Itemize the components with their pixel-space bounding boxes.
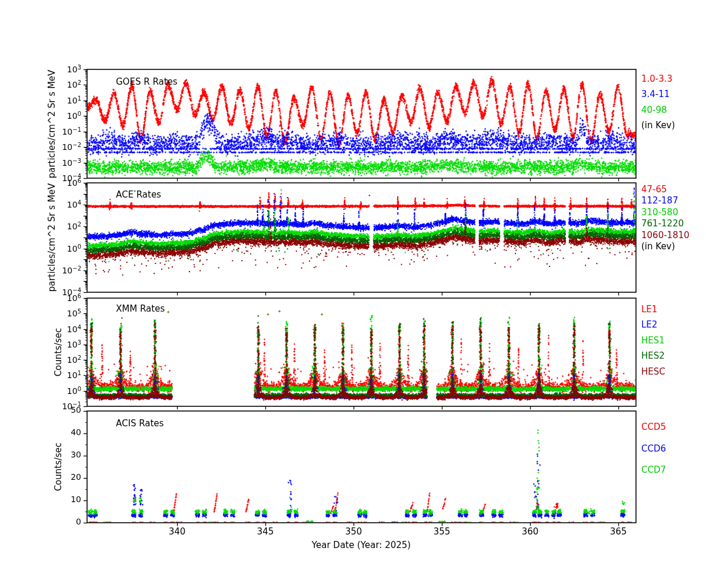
legend-entry: LE1 <box>641 302 705 317</box>
panel-title-xmm: XMM Rates <box>116 303 165 314</box>
legend-entry: (in Kev) <box>641 118 705 133</box>
legend-entry: 47-65 <box>641 184 705 195</box>
legend-entry: CCD6 <box>641 438 705 460</box>
legend-entry: 3.4-11 <box>641 86 705 102</box>
legend-entry: LE2 <box>641 317 705 332</box>
legend-entry: 1060-1810 <box>641 230 705 241</box>
y-tick-label: 100 <box>45 385 81 396</box>
legend-entry: HES2 <box>641 348 705 363</box>
x-tick-label: 355 <box>429 526 455 537</box>
legend-entry: CCD5 <box>641 416 705 438</box>
legend-entry: 1.0-3.3 <box>641 71 705 86</box>
legend-entry: HESC <box>641 364 705 379</box>
y-tick-label: 102 <box>45 354 81 365</box>
legend-entry: 40-98 <box>641 102 705 118</box>
figure-root: GOES R Rates ACE Rates XMM Rates ACIS Ra… <box>0 0 706 588</box>
x-tick-label: 360 <box>517 526 543 537</box>
y-tick-label: 103 <box>45 64 81 74</box>
y-tick-label: 10−3 <box>45 157 81 168</box>
y-axis-label-ace: particles/cm^2 Sr s MeV <box>46 179 57 296</box>
y-tick-label: 103 <box>45 339 81 349</box>
y-tick-label: 104 <box>45 199 81 209</box>
y-tick-label: 10−1 <box>45 126 81 136</box>
y-tick-label: 102 <box>45 220 81 231</box>
legend-acis: CCD5 CCD6 CCD7 <box>641 416 705 481</box>
y-tick-label: 101 <box>45 369 81 380</box>
y-tick-label: 100 <box>45 110 81 121</box>
y-tick-label: 20 <box>45 472 81 482</box>
y-tick-label: 106 <box>45 292 81 303</box>
y-tick-label: 100 <box>45 243 81 253</box>
y-tick-label: 0 <box>45 517 81 526</box>
y-tick-label: 10−2 <box>45 265 81 275</box>
x-tick-label: 340 <box>164 526 190 537</box>
x-tick-label: 365 <box>605 526 631 537</box>
panel-title-ace: ACE Rates <box>116 189 161 200</box>
y-tick-label: 102 <box>45 79 81 89</box>
legend-ace: 47-65 112-187 310-580 761-1220 1060-1810… <box>641 184 705 252</box>
panel-title-acis: ACIS Rates <box>116 418 164 429</box>
y-axis-label-acis: Counts/sec <box>53 408 64 526</box>
y-tick-label: 10−2 <box>45 141 81 152</box>
x-tick-label: 345 <box>252 526 278 537</box>
y-tick-label: 106 <box>45 177 81 188</box>
legend-entry: 310-580 <box>641 207 705 218</box>
y-tick-label: 40 <box>45 427 81 437</box>
y-tick-label: 10 <box>45 495 81 504</box>
legend-entry: 112-187 <box>641 195 705 206</box>
y-tick-label: 101 <box>45 95 81 105</box>
y-tick-label: 50 <box>45 405 81 415</box>
legend-goes: 1.0-3.3 3.4-11 40-98 (in Kev) <box>641 71 705 133</box>
legend-entry: HES1 <box>641 333 705 348</box>
legend-entry: 761-1220 <box>641 218 705 229</box>
chart-canvas <box>0 0 706 588</box>
panel-title-goes: GOES R Rates <box>116 76 178 87</box>
x-axis-label: Year Date (Year: 2025) <box>273 540 449 550</box>
legend-xmm: LE1 LE2 HES1 HES2 HESC <box>641 302 705 379</box>
legend-entry: CCD7 <box>641 459 705 481</box>
legend-entry: (in Kev) <box>641 241 705 252</box>
y-tick-label: 30 <box>45 450 81 459</box>
y-tick-label: 104 <box>45 323 81 334</box>
x-tick-label: 350 <box>341 526 367 537</box>
y-tick-label: 105 <box>45 308 81 318</box>
